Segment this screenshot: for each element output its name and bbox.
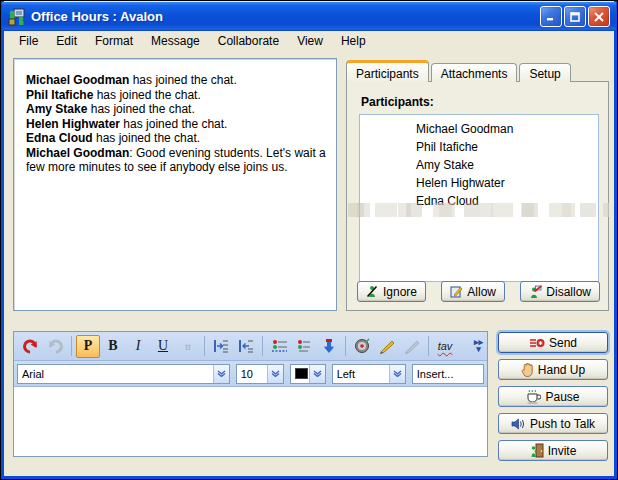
title-bar[interactable]: Office Hours : Avalon — [2, 2, 616, 31]
chat-author: Michael Goodman — [26, 73, 129, 87]
font-family-select[interactable]: Arial — [17, 364, 230, 384]
chat-author: Amy Stake — [26, 102, 87, 116]
dropdown-arrow-icon[interactable] — [309, 365, 325, 383]
menu-file[interactable]: File — [11, 32, 46, 50]
insert-value: Insert... — [413, 368, 483, 380]
close-button[interactable] — [588, 6, 610, 27]
underline-button[interactable]: U — [151, 335, 175, 358]
outdent-button[interactable] — [234, 335, 258, 358]
ignore-button[interactable]: Ignore — [357, 281, 426, 302]
participants-heading: Participants: — [361, 95, 434, 109]
menu-help[interactable]: Help — [333, 32, 374, 50]
font-family-value: Arial — [18, 368, 213, 380]
chat-message: Helen Highwater has joined the chat. — [26, 117, 326, 132]
hand-up-button[interactable]: Hand Up — [498, 359, 608, 380]
send-button[interactable]: Send — [498, 332, 608, 353]
chat-author: Phil Itafiche — [26, 88, 93, 102]
invite-label: Invite — [548, 444, 577, 458]
allow-label: Allow — [467, 285, 496, 299]
chat-message: Edna Cloud has joined the chat. — [26, 131, 326, 146]
message-input[interactable] — [14, 387, 487, 456]
chat-text: has joined the chat. — [129, 73, 236, 87]
dropdown-arrow-icon[interactable] — [389, 365, 405, 383]
chat-message: Michael Goodman has joined the chat. — [26, 73, 326, 88]
push-to-talk-label: Push to Talk — [530, 417, 595, 431]
chat-message: Michael Goodman: Good evening students. … — [26, 146, 326, 175]
send-icon — [529, 337, 545, 349]
minimize-button[interactable] — [540, 6, 562, 27]
menu-view[interactable]: View — [289, 32, 331, 50]
dropdown-arrow-icon[interactable] — [213, 365, 229, 383]
scroll-to-end-button[interactable] — [317, 335, 341, 358]
allow-button[interactable]: Allow — [441, 281, 505, 302]
insert-select[interactable]: Insert... — [412, 364, 484, 384]
message-composer: P B I U tt tav ▸▸ ▾ Arial — [13, 331, 488, 457]
tab-attachments[interactable]: Attachments — [431, 63, 518, 82]
ignore-user-icon — [366, 285, 379, 298]
message-input-area — [14, 387, 487, 456]
chat-transcript[interactable]: Michael Goodman has joined the chat. Phi… — [13, 58, 337, 311]
menu-message[interactable]: Message — [143, 32, 208, 50]
font-color-select[interactable] — [290, 364, 325, 384]
toolbar-separator — [428, 336, 429, 356]
chat-message: Amy Stake has joined the chat. — [26, 102, 326, 117]
coffee-cup-icon — [526, 390, 541, 404]
pause-label: Pause — [545, 390, 579, 404]
toolbar-separator — [345, 336, 346, 356]
pointer-pen-button[interactable] — [375, 335, 399, 358]
chat-author: Edna Cloud — [26, 131, 93, 145]
indent-button[interactable] — [209, 335, 233, 358]
ignore-label: Ignore — [383, 285, 417, 299]
redo-button[interactable] — [43, 335, 67, 358]
send-label: Send — [549, 336, 577, 350]
speaker-icon — [511, 418, 526, 430]
tab-setup[interactable]: Setup — [519, 63, 570, 82]
toolbar-separator — [204, 336, 205, 356]
chat-text: has joined the chat. — [93, 131, 200, 145]
color-swatch — [295, 368, 308, 379]
teletype-button[interactable]: tt — [176, 335, 200, 358]
alignment-value: Left — [333, 368, 389, 380]
whiteboard-target-button[interactable] — [350, 335, 374, 358]
chat-author: Michael Goodman — [26, 146, 129, 160]
raised-hand-icon — [521, 363, 534, 377]
plain-text-button[interactable]: P — [76, 335, 100, 358]
right-panel-tabs: Participants Attachments Setup — [346, 60, 571, 82]
invite-button[interactable]: Invite — [498, 440, 608, 461]
chat-text: has joined the chat. — [93, 88, 200, 102]
app-icon[interactable] — [8, 8, 26, 26]
tab-participants[interactable]: Participants — [346, 60, 429, 82]
toolbar-overflow-button[interactable]: ▸▸ ▾ — [474, 339, 483, 353]
maximize-button[interactable] — [564, 6, 586, 27]
font-size-select[interactable]: 10 — [236, 364, 285, 384]
chat-author: Helen Highwater — [26, 117, 120, 131]
insert-list-button[interactable] — [292, 335, 316, 358]
font-size-value: 10 — [237, 368, 268, 380]
undo-button[interactable] — [18, 335, 42, 358]
bold-button[interactable]: B — [101, 335, 125, 358]
menu-format[interactable]: Format — [87, 32, 141, 50]
format-toolbar: P B I U tt tav ▸▸ ▾ — [14, 332, 487, 361]
window-title: Office Hours : Avalon — [31, 9, 540, 24]
spellcheck-button[interactable]: tav — [433, 335, 457, 358]
alignment-select[interactable]: Left — [332, 364, 406, 384]
font-toolbar: Arial 10 Left Insert... — [14, 361, 487, 387]
pause-button[interactable]: Pause — [498, 386, 608, 407]
push-to-talk-button[interactable]: Push to Talk — [498, 413, 608, 434]
toolbar-separator — [71, 336, 72, 356]
hand-up-label: Hand Up — [538, 363, 585, 377]
allow-edit-icon — [450, 285, 463, 298]
office-hours-window: Office Hours : Avalon File Edit Format M… — [0, 0, 618, 480]
chevron-down-icon: ▾ — [476, 346, 481, 353]
chat-text: has joined the chat. — [120, 117, 227, 131]
insert-rule-button[interactable] — [267, 335, 291, 358]
dropdown-arrow-icon[interactable] — [267, 365, 283, 383]
italic-button[interactable]: I — [126, 335, 150, 358]
door-person-icon — [530, 443, 544, 458]
pointer-pen-disabled-button[interactable] — [400, 335, 424, 358]
menu-edit[interactable]: Edit — [48, 32, 85, 50]
chat-text: has joined the chat. — [87, 102, 194, 116]
toolbar-separator — [262, 336, 263, 356]
menu-collaborate[interactable]: Collaborate — [210, 32, 287, 50]
chat-message: Phil Itafiche has joined the chat. — [26, 88, 326, 103]
